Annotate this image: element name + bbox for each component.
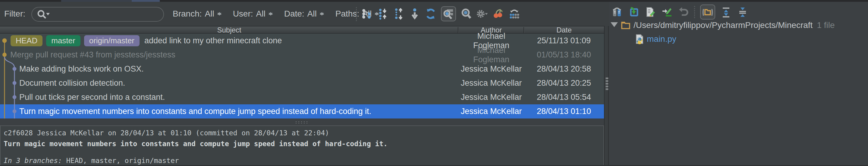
caret-down-icon (46, 13, 50, 15)
ref-badge-head[interactable]: HEAD (10, 35, 42, 46)
branches-list: HEAD, master, origin/master (62, 157, 179, 165)
spinner-arrows-icon (269, 9, 273, 18)
gear-icon (476, 8, 488, 19)
commit-author: Jessica McKellar (458, 79, 524, 88)
branch-graph-icon (361, 8, 372, 19)
commit-table: Subject Author Date HEAD master origin/m… (0, 26, 604, 119)
ref-badges: HEAD master origin/master (10, 35, 140, 46)
column-header-date[interactable]: Date (524, 27, 604, 34)
commit-row[interactable]: Pull out ticks per second into a constan… (0, 90, 604, 105)
commit-message: Turn magic movement numbers into constan… (4, 138, 600, 149)
commit-row[interactable]: Make adding blocks work on OSX. Jessica … (0, 62, 604, 76)
commit-down-arrow-icon (410, 8, 419, 19)
commit-date: 28/04/13 20:25 (524, 79, 604, 88)
show-details-toggle[interactable] (441, 6, 456, 22)
splitter-grip[interactable] (606, 77, 608, 90)
edit-source-icon (645, 7, 655, 17)
file-name[interactable]: main.py (647, 34, 676, 44)
annotate-button[interactable] (661, 6, 673, 18)
settings-button[interactable] (476, 7, 488, 20)
column-header-subject[interactable]: Subject (0, 27, 458, 34)
user-filter-dropdown[interactable]: User: All (233, 9, 273, 18)
commit-subject: Document collision detection. (19, 79, 125, 88)
commit-row[interactable]: Document collision detection. Jessica Mc… (0, 76, 604, 90)
log-toolbar-icons (361, 2, 520, 26)
commit-subject: Merge pull request #43 from jesstess/jes… (10, 50, 176, 59)
tree-row-root-directory[interactable]: /Users/dmitryfilippov/PycharmProjects/Mi… (611, 18, 835, 33)
branch-filter-dropdown[interactable]: Branch: All (173, 9, 221, 18)
search-magnifier-icon (461, 8, 472, 19)
details-view-icon (443, 8, 454, 19)
goto-hash-button[interactable] (461, 7, 472, 20)
annotate-icon (661, 7, 672, 17)
file-count: 1 file (817, 20, 835, 30)
commit-date: 28/04/13 20:58 (524, 65, 604, 74)
compare-branches-button[interactable] (508, 7, 520, 20)
edit-source-button[interactable] (644, 6, 656, 18)
cherry-icon (493, 8, 504, 19)
collapse-all-icon (738, 7, 747, 17)
expand-all-icon (721, 7, 731, 17)
date-filter-dropdown[interactable]: Date: All (284, 9, 324, 18)
ref-badge-master[interactable]: master (46, 35, 80, 46)
panel-splitter[interactable] (604, 26, 609, 166)
log-filters: Branch: All User: All Date: All Paths: A… (173, 2, 379, 26)
commit-author: Jessica McKellar (458, 107, 524, 116)
revert-icon (678, 7, 688, 17)
commit-author: Jessica McKellar (458, 65, 524, 74)
toolbar-separator (356, 7, 357, 21)
collapse-branches-icon (377, 8, 388, 19)
spinner-arrows-icon (320, 9, 324, 18)
commit-author: Jessica McKellar (458, 93, 524, 102)
filter-label: Filter: (4, 2, 25, 26)
git-log-tool-window: Filter: Branch: All User: All Date: All (0, 0, 868, 166)
revert-button[interactable] (678, 6, 689, 18)
search-icon (37, 9, 51, 19)
commit-details-pane: c2f6028 Jessica McKellar on 28/04/13 at … (0, 125, 604, 166)
folder-icon (702, 7, 713, 17)
changed-files-panel: /Users/dmitryfilippov/PycharmProjects/Mi… (609, 2, 868, 165)
ref-badge-origin-master[interactable]: origin/master (84, 35, 140, 46)
cherry-pick-button[interactable] (493, 7, 504, 20)
commit-date: 01/05/13 18:40 (524, 50, 604, 59)
commit-date: 25/11/13 01:09 (524, 36, 604, 45)
tree-row-file[interactable]: main.py (635, 32, 676, 46)
compare-branches-icon (508, 8, 520, 19)
details-splitter[interactable] (0, 119, 604, 125)
filter-search-input[interactable] (31, 7, 164, 22)
refresh-icon (425, 8, 436, 20)
collapse-all-button[interactable] (737, 6, 748, 18)
commit-row[interactable]: Merge pull request #43 from jesstess/jes… (0, 48, 604, 62)
get-version-icon (628, 7, 639, 17)
commit-date: 28/04/13 01:10 (524, 107, 604, 116)
expand-branches-icon (393, 8, 404, 19)
expand-all-button[interactable] (720, 6, 732, 18)
caret-down-icon (485, 13, 488, 15)
toolbar-separator (694, 6, 695, 18)
group-by-directory-toggle[interactable] (700, 4, 715, 19)
branch-graph-button[interactable] (361, 7, 373, 20)
diff-icon (612, 7, 622, 17)
commit-meta-line: c2f6028 Jessica McKellar on 28/04/13 at … (4, 127, 600, 138)
commit-subject: Make adding blocks work on OSX. (19, 65, 144, 74)
commit-row-selected[interactable]: Turn magic movement numbers into constan… (0, 105, 604, 119)
collapse-linear-branches-button[interactable] (377, 7, 389, 20)
branches-label: In 3 branches: (4, 157, 62, 165)
commit-rows: HEAD master origin/master added link to … (0, 34, 604, 119)
refresh-button[interactable] (425, 7, 436, 20)
python-file-icon (635, 34, 644, 44)
expand-linear-branches-button[interactable] (393, 7, 404, 20)
show-diff-button[interactable] (611, 6, 623, 18)
commit-date: 28/04/13 05:54 (524, 93, 604, 102)
tree-expand-arrow-icon[interactable] (611, 22, 618, 31)
commit-author: Michael Fogleman (458, 46, 524, 65)
get-revision-button[interactable] (628, 6, 639, 18)
spinner-arrows-icon (217, 9, 221, 18)
splitter-grip[interactable] (295, 121, 308, 124)
commit-subject: Pull out ticks per second into a constan… (19, 93, 165, 102)
commit-subject: Turn magic movement numbers into constan… (19, 107, 371, 116)
root-directory-path: /Users/dmitryfilippov/PycharmProjects/Mi… (633, 20, 812, 30)
folder-icon (621, 21, 630, 30)
commit-subject: added link to my other minecraft clone (144, 36, 282, 45)
goto-next-commit-button[interactable] (409, 7, 421, 20)
